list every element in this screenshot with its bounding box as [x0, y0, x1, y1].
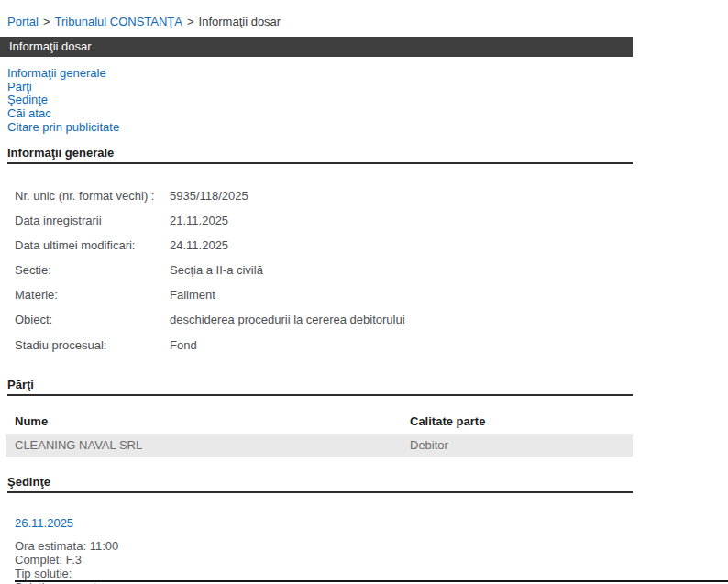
hearing-detail-ora-estimata: Ora estimata: 11:00 [15, 539, 728, 553]
field-label: Data ultimei modificari: [15, 238, 170, 263]
field-value: Faliment [170, 288, 728, 313]
section-heading-informatii-generale: Informaţii generale [7, 146, 633, 164]
field-row-data-modificari: Data ultimei modificari: 24.11.2025 [15, 238, 728, 263]
page: Portal>Tribunalul CONSTANŢA>Informaţii d… [0, 0, 728, 584]
parties-table: Nume Calitate parte CLEANING NAVAL SRL D… [6, 409, 633, 457]
nav-link-citare-publicitate[interactable]: Citare prin publicitate [7, 121, 728, 135]
hearing-detail-complet: Complet: F.3 [15, 553, 728, 567]
table-row: CLEANING NAVAL SRL Debitor [6, 434, 633, 457]
column-header-nume: Nume [6, 409, 401, 434]
breadcrumb-current: Informaţii dosar [199, 15, 281, 28]
page-title: Informaţii dosar [9, 39, 92, 53]
hearing-details: Ora estimata: 11:00 Complet: F.3 Tip sol… [15, 539, 728, 584]
breadcrumb: Portal>Tribunalul CONSTANŢA>Informaţii d… [0, 0, 728, 28]
nav-link-informatii-generale[interactable]: Informaţii generale [7, 67, 728, 81]
page-title-bar: Informaţii dosar [0, 37, 633, 57]
field-row-sectie: Sectie: Secţia a II-a civilă [15, 263, 728, 288]
party-name-cell: CLEANING NAVAL SRL [6, 434, 401, 457]
field-label: Materie: [15, 288, 170, 313]
field-row-nr-unic: Nr. unic (nr. format vechi) : 5935/118/2… [15, 189, 728, 214]
field-label: Obiect: [15, 313, 170, 337]
nav-link-parti[interactable]: Părţi [7, 81, 728, 94]
nav-link-cai-atac[interactable]: Căi atac [7, 107, 728, 121]
field-label: Nr. unic (nr. format vechi) : [15, 189, 170, 214]
field-value: Fond [170, 338, 728, 363]
section-heading-sedinte: Şedinţe [7, 475, 633, 493]
field-row-data-inregistrarii: Data inregistrarii 21.11.2025 [15, 214, 728, 238]
field-value: 21.11.2025 [170, 214, 728, 238]
section-heading-parti: Părţi [7, 378, 633, 396]
field-row-materie: Materie: Faliment [15, 288, 728, 313]
general-info-fields: Nr. unic (nr. format vechi) : 5935/118/2… [15, 189, 728, 363]
field-row-obiect: Obiect: deschiderea procedurii la cerere… [15, 313, 728, 337]
field-label: Stadiu procesual: [15, 338, 170, 363]
field-label: Data inregistrarii [15, 214, 170, 238]
party-role-cell: Debitor [401, 434, 633, 457]
field-label: Sectie: [15, 263, 170, 288]
field-value: deschiderea procedurii la cererea debito… [170, 313, 728, 337]
nav-link-sedinte[interactable]: Şedinţe [7, 94, 728, 107]
breadcrumb-link-portal[interactable]: Portal [7, 15, 39, 28]
parties-table-header-row: Nume Calitate parte [6, 409, 633, 434]
section-divider [15, 580, 728, 582]
breadcrumb-separator: > [187, 15, 194, 28]
field-row-stadiu-procesual: Stadiu procesual: Fond [15, 338, 728, 363]
hearing-detail-tip-solutie: Tip solutie: [15, 567, 728, 580]
quick-nav: Informaţii generale Părţi Şedinţe Căi at… [7, 67, 728, 135]
field-value: Secţia a II-a civilă [170, 263, 728, 288]
field-value: 5935/118/2025 [170, 189, 728, 214]
breadcrumb-link-court[interactable]: Tribunalul CONSTANŢA [55, 15, 182, 28]
column-header-calitate-parte: Calitate parte [401, 409, 633, 434]
field-value: 24.11.2025 [170, 238, 728, 263]
breadcrumb-separator: > [43, 15, 50, 28]
hearing-date-link[interactable]: 26.11.2025 [15, 516, 73, 530]
